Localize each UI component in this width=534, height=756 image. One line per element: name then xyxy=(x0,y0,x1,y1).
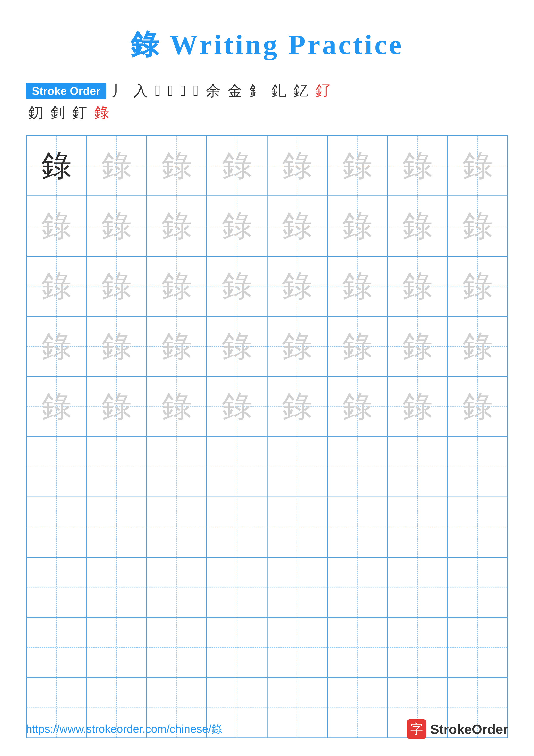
grid-cell-7-1[interactable] xyxy=(26,497,87,557)
char-light: 錄 xyxy=(463,205,493,247)
char-light: 錄 xyxy=(282,205,312,247)
char-light: 錄 xyxy=(342,326,372,367)
char-light: 錄 xyxy=(402,266,433,307)
stroke-8: 金 xyxy=(228,81,242,101)
char-light: 錄 xyxy=(402,146,433,186)
grid-cell-4-5[interactable]: 錄 xyxy=(267,316,327,376)
stroke-order-badge: Stroke Order xyxy=(26,83,106,99)
grid-cell-7-3[interactable] xyxy=(147,497,207,557)
grid-cell-4-8[interactable]: 錄 xyxy=(447,316,508,376)
grid-cell-2-6[interactable]: 錄 xyxy=(327,196,387,256)
char-light: 錄 xyxy=(101,386,132,427)
grid-cell-6-2[interactable] xyxy=(87,437,146,497)
grid-cell-5-8[interactable]: 錄 xyxy=(447,377,508,437)
grid-cell-9-7[interactable] xyxy=(387,617,447,678)
grid-cell-7-5[interactable] xyxy=(267,497,327,557)
grid-cell-9-2[interactable] xyxy=(87,617,146,678)
grid-cell-3-7[interactable]: 錄 xyxy=(387,256,447,316)
grid-row-9 xyxy=(26,617,508,678)
grid-cell-3-6[interactable]: 錄 xyxy=(327,256,387,316)
grid-cell-8-5[interactable] xyxy=(267,557,327,617)
grid-cell-2-4[interactable]: 錄 xyxy=(207,196,267,256)
char-light: 錄 xyxy=(162,326,192,367)
grid-row-7 xyxy=(26,497,508,557)
grid-cell-5-1[interactable]: 錄 xyxy=(26,377,87,437)
grid-cell-3-3[interactable]: 錄 xyxy=(147,256,207,316)
stroke-order-row2: 釖 釗 釘 錄 xyxy=(26,103,508,122)
footer-url[interactable]: https://www.strokeorder.com/chinese/錄 xyxy=(26,721,222,737)
grid-cell-1-7[interactable]: 錄 xyxy=(387,136,447,196)
char-light: 錄 xyxy=(101,205,132,247)
grid-cell-2-5[interactable]: 錄 xyxy=(267,196,327,256)
grid-cell-5-2[interactable]: 錄 xyxy=(87,377,146,437)
grid-cell-4-4[interactable]: 錄 xyxy=(207,316,267,376)
grid-cell-6-7[interactable] xyxy=(387,437,447,497)
grid-cell-3-4[interactable]: 錄 xyxy=(207,256,267,316)
footer: https://www.strokeorder.com/chinese/錄 字 … xyxy=(26,719,508,739)
stroke-12: 釕 xyxy=(316,81,330,101)
grid-cell-9-5[interactable] xyxy=(267,617,327,678)
grid-cell-3-2[interactable]: 錄 xyxy=(87,256,146,316)
grid-cell-2-7[interactable]: 錄 xyxy=(387,196,447,256)
grid-cell-3-1[interactable]: 錄 xyxy=(26,256,87,316)
grid-cell-9-6[interactable] xyxy=(327,617,387,678)
grid-cell-8-1[interactable] xyxy=(26,557,87,617)
grid-cell-4-1[interactable]: 錄 xyxy=(26,316,87,376)
char-light: 錄 xyxy=(282,386,312,427)
char-light: 錄 xyxy=(282,266,312,307)
grid-cell-1-3[interactable]: 錄 xyxy=(147,136,207,196)
grid-cell-6-8[interactable] xyxy=(447,437,508,497)
grid-cell-4-3[interactable]: 錄 xyxy=(147,316,207,376)
grid-cell-8-2[interactable] xyxy=(87,557,146,617)
grid-cell-5-4[interactable]: 錄 xyxy=(207,377,267,437)
grid-cell-1-2[interactable]: 錄 xyxy=(87,136,146,196)
grid-cell-4-2[interactable]: 錄 xyxy=(87,316,146,376)
grid-cell-8-7[interactable] xyxy=(387,557,447,617)
grid-cell-2-3[interactable]: 錄 xyxy=(147,196,207,256)
char-light: 錄 xyxy=(342,386,372,427)
grid-cell-7-7[interactable] xyxy=(387,497,447,557)
grid-cell-9-3[interactable] xyxy=(147,617,207,678)
logo-icon: 字 xyxy=(407,719,426,739)
stroke-5: 𠂆 xyxy=(181,82,186,99)
grid-cell-8-4[interactable] xyxy=(207,557,267,617)
grid-cell-2-8[interactable]: 錄 xyxy=(447,196,508,256)
grid-cell-5-5[interactable]: 錄 xyxy=(267,377,327,437)
grid-cell-5-3[interactable]: 錄 xyxy=(147,377,207,437)
char-light: 錄 xyxy=(282,326,312,367)
char-light: 錄 xyxy=(101,266,132,307)
grid-cell-3-8[interactable]: 錄 xyxy=(447,256,508,316)
grid-cell-3-5[interactable]: 錄 xyxy=(267,256,327,316)
grid-cell-1-4[interactable]: 錄 xyxy=(207,136,267,196)
grid-cell-6-4[interactable] xyxy=(207,437,267,497)
grid-cell-4-6[interactable]: 錄 xyxy=(327,316,387,376)
grid-cell-2-1[interactable]: 錄 xyxy=(26,196,87,256)
grid-cell-9-8[interactable] xyxy=(447,617,508,678)
grid-cell-6-6[interactable] xyxy=(327,437,387,497)
grid-cell-6-3[interactable] xyxy=(147,437,207,497)
grid-cell-6-1[interactable] xyxy=(26,437,87,497)
grid-cell-6-5[interactable] xyxy=(267,437,327,497)
grid-cell-7-8[interactable] xyxy=(447,497,508,557)
char-light: 錄 xyxy=(162,386,192,427)
grid-cell-5-7[interactable]: 錄 xyxy=(387,377,447,437)
grid-cell-8-6[interactable] xyxy=(327,557,387,617)
grid-cell-8-3[interactable] xyxy=(147,557,207,617)
grid-cell-1-5[interactable]: 錄 xyxy=(267,136,327,196)
footer-logo: 字 StrokeOrder xyxy=(407,719,508,739)
grid-cell-1-8[interactable]: 錄 xyxy=(447,136,508,196)
grid-cell-8-8[interactable] xyxy=(447,557,508,617)
grid-cell-9-1[interactable] xyxy=(26,617,87,678)
grid-cell-1-1[interactable]: 錄 xyxy=(26,136,87,196)
grid-cell-5-6[interactable]: 錄 xyxy=(327,377,387,437)
page-title: 錄 Writing Practice xyxy=(131,26,404,64)
grid-cell-9-4[interactable] xyxy=(207,617,267,678)
grid-cell-7-4[interactable] xyxy=(207,497,267,557)
grid-cell-7-6[interactable] xyxy=(327,497,387,557)
grid-cell-7-2[interactable] xyxy=(87,497,146,557)
grid-cell-1-6[interactable]: 錄 xyxy=(327,136,387,196)
grid-cell-4-7[interactable]: 錄 xyxy=(387,316,447,376)
stroke-9: 釒 xyxy=(250,81,264,101)
char-light: 錄 xyxy=(162,205,192,247)
grid-cell-2-2[interactable]: 錄 xyxy=(87,196,146,256)
